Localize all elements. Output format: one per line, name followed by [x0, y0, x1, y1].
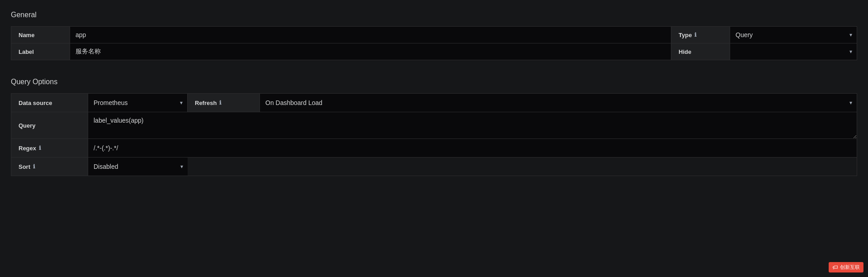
refresh-select-cell: On Dashboard Load On Time Range Change N…	[260, 94, 857, 112]
qo-row-query: Query label_values(app)	[11, 112, 857, 139]
sort-select[interactable]: Disabled Alphabetical (asc) Alphabetical…	[88, 159, 188, 174]
type-info-icon: ℹ	[694, 32, 697, 38]
regex-label-cell: Regex ℹ	[11, 139, 88, 157]
query-options-form: Data source Prometheus default ▾ Refresh…	[11, 93, 857, 176]
general-title: General	[11, 11, 857, 19]
general-row-label-hide: Label Hide Variable Label Nothing	[11, 43, 857, 60]
general-section: General Name Type ℹ Query Custom	[11, 11, 857, 60]
refresh-label: Refresh	[195, 100, 217, 106]
regex-label: Regex	[19, 145, 36, 152]
query-input-cell: label_values(app)	[88, 112, 857, 138]
query-options-title: Query Options	[11, 78, 857, 86]
refresh-info-icon: ℹ	[219, 100, 222, 106]
query-options-section: Query Options Data source Prometheus def…	[11, 78, 857, 176]
datasource-select-wrapper: Prometheus default ▾	[88, 96, 187, 110]
qo-row-regex: Regex ℹ	[11, 138, 857, 158]
general-row-name-type: Name Type ℹ Query Custom Text box Consta…	[11, 26, 857, 43]
hide-select[interactable]: Variable Label Nothing	[730, 44, 857, 59]
qo-row-datasource: Data source Prometheus default ▾ Refresh…	[11, 93, 857, 112]
query-label: Query	[11, 112, 88, 138]
hide-label: Hide	[679, 48, 691, 55]
datasource-select[interactable]: Prometheus default	[88, 96, 187, 110]
name-input-cell	[70, 27, 671, 43]
type-select[interactable]: Query Custom Text box Constant Data sour…	[730, 28, 857, 42]
general-form: Name Type ℹ Query Custom Text box Consta…	[11, 26, 857, 60]
refresh-label-cell: Refresh ℹ	[188, 94, 260, 112]
hide-select-cell: Variable Label Nothing ▾	[730, 43, 857, 60]
refresh-select[interactable]: On Dashboard Load On Time Range Change N…	[260, 96, 857, 110]
watermark: 🏷 创新互联	[829, 262, 863, 272]
refresh-select-wrapper: On Dashboard Load On Time Range Change N…	[260, 96, 857, 110]
watermark-text: 创新互联	[840, 264, 860, 271]
qo-row-sort: Sort ℹ Disabled Alphabetical (asc) Alpha…	[11, 157, 857, 176]
sort-info-icon: ℹ	[33, 163, 35, 170]
regex-input-cell	[88, 139, 857, 157]
sort-label-cell: Sort ℹ	[11, 158, 88, 176]
type-select-wrapper: Query Custom Text box Constant Data sour…	[730, 28, 857, 42]
regex-input[interactable]	[88, 139, 857, 157]
sort-select-wrapper: Disabled Alphabetical (asc) Alphabetical…	[88, 159, 188, 174]
query-textarea[interactable]: label_values(app)	[88, 112, 857, 138]
type-label-cell: Type ℹ	[671, 27, 730, 43]
hide-label-cell: Hide	[671, 43, 730, 60]
sort-label: Sort	[19, 163, 30, 170]
label-input[interactable]	[70, 43, 671, 60]
type-label: Type	[679, 32, 692, 38]
name-input[interactable]	[70, 27, 671, 43]
label-input-cell	[70, 43, 671, 60]
regex-info-icon: ℹ	[39, 145, 41, 151]
watermark-icon: 🏷	[832, 264, 838, 271]
hide-select-wrapper: Variable Label Nothing ▾	[730, 44, 857, 59]
datasource-label: Data source	[11, 94, 88, 112]
sort-select-cell: Disabled Alphabetical (asc) Alphabetical…	[88, 158, 188, 176]
type-select-cell: Query Custom Text box Constant Data sour…	[730, 27, 857, 43]
label-label: Label	[11, 43, 70, 60]
datasource-select-cell: Prometheus default ▾	[88, 94, 188, 112]
name-label: Name	[11, 27, 70, 43]
